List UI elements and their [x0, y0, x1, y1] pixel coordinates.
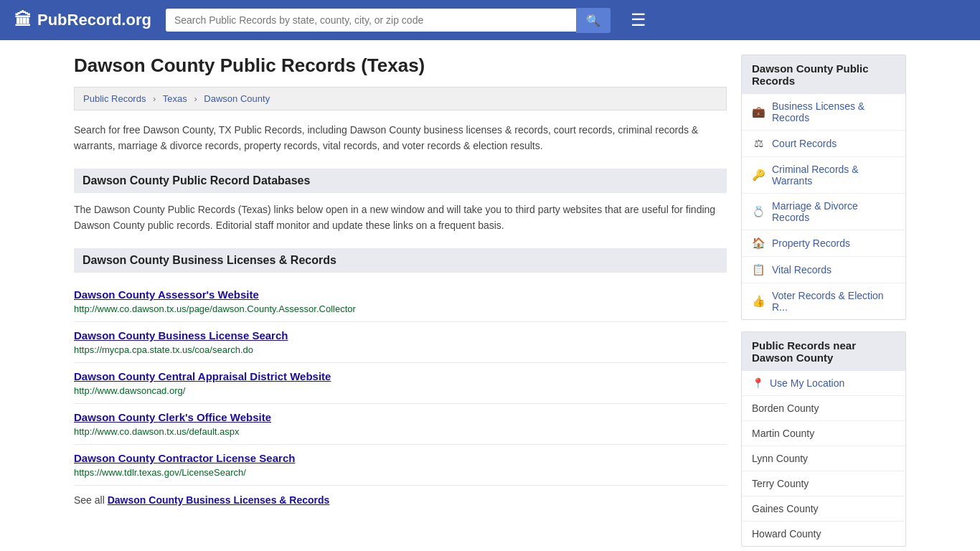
breadcrumb-dawson-county[interactable]: Dawson County: [204, 93, 270, 104]
sidebar-record-link[interactable]: ⚖ Court Records: [742, 131, 905, 157]
search-icon: 🔍: [586, 14, 600, 27]
sidebar-link-label: Marriage & Divorce Records: [772, 200, 895, 223]
nearby-county-item[interactable]: Howard County: [742, 522, 905, 546]
sidebar-icon: 💼: [752, 105, 765, 118]
search-button[interactable]: 🔍: [576, 8, 611, 33]
sidebar-icon: 📋: [752, 263, 765, 276]
search-bar: 🔍: [166, 8, 611, 33]
sidebar-record-link[interactable]: 💍 Marriage & Divorce Records: [742, 194, 905, 230]
record-title[interactable]: Dawson County Central Appraisal District…: [74, 370, 727, 382]
record-title[interactable]: Dawson County Business License Search: [74, 329, 727, 342]
header: 🏛 PubRecord.org 🔍 ☰: [0, 0, 980, 40]
sidebar-link-label: Criminal Records & Warrants: [772, 164, 895, 187]
sidebar-link-label: Court Records: [772, 138, 837, 149]
main-container: Dawson County Public Records (Texas) Pub…: [60, 40, 920, 551]
record-entry: Dawson County Clerk's Office Website htt…: [74, 404, 727, 445]
menu-icon: ☰: [631, 10, 646, 29]
records-list: Dawson County Assessor's Website http://…: [74, 281, 727, 486]
sidebar-icon: ⚖: [752, 137, 765, 150]
sidebar-public-records-header: Dawson County Public Records: [742, 55, 905, 94]
record-title[interactable]: Dawson County Clerk's Office Website: [74, 411, 727, 423]
location-icon: 📍: [752, 377, 764, 389]
breadcrumb-public-records[interactable]: Public Records: [83, 93, 146, 104]
page-title: Dawson County Public Records (Texas): [74, 55, 727, 77]
sidebar-icon: 🏠: [752, 237, 765, 250]
logo-icon: 🏛: [14, 10, 32, 30]
sidebar-record-link[interactable]: 🔑 Criminal Records & Warrants: [742, 157, 905, 194]
sidebar-record-link[interactable]: 📋 Vital Records: [742, 257, 905, 283]
see-all-link[interactable]: Dawson County Business Licenses & Record…: [108, 494, 330, 506]
breadcrumb-texas[interactable]: Texas: [163, 93, 187, 104]
sidebar-icon: 🔑: [752, 169, 765, 182]
nearby-county-item[interactable]: Gaines County: [742, 496, 905, 522]
sidebar-record-link[interactable]: 💼 Business Licenses & Records: [742, 94, 905, 131]
sidebar-link-label: Vital Records: [772, 264, 831, 276]
sidebar-icon: 👍: [752, 295, 765, 308]
sidebar: Dawson County Public Records 💼 Business …: [741, 55, 906, 551]
sidebar-links-list: 💼 Business Licenses & Records ⚖ Court Re…: [742, 94, 905, 319]
sidebar-record-link[interactable]: 🏠 Property Records: [742, 230, 905, 257]
sidebar-icon: 💍: [752, 205, 765, 218]
record-entry: Dawson County Contractor License Search …: [74, 445, 727, 486]
record-entry: Dawson County Business License Search ht…: [74, 322, 727, 363]
sidebar-nearby-header: Public Records near Dawson County: [742, 332, 905, 371]
use-my-location[interactable]: 📍 Use My Location: [742, 371, 905, 396]
record-url[interactable]: https://mycpa.cpa.state.tx.us/coa/search…: [74, 344, 253, 355]
record-url[interactable]: http://www.co.dawson.tx.us/page/dawson.C…: [74, 303, 356, 314]
nearby-county-item[interactable]: Martin County: [742, 421, 905, 446]
nearby-counties-list: Borden CountyMartin CountyLynn CountyTer…: [742, 396, 905, 546]
page-description: Search for free Dawson County, TX Public…: [74, 122, 727, 154]
record-url[interactable]: http://www.co.dawson.tx.us/default.aspx: [74, 426, 240, 437]
menu-button[interactable]: ☰: [625, 7, 652, 33]
sidebar-link-label: Property Records: [772, 237, 850, 249]
business-section-header: Dawson County Business Licenses & Record…: [74, 248, 727, 273]
databases-section-header: Dawson County Public Record Databases: [74, 169, 727, 193]
nearby-county-item[interactable]: Lynn County: [742, 446, 905, 471]
sidebar-link-label: Voter Records & Election R...: [772, 290, 895, 313]
record-url[interactable]: https://www.tdlr.texas.gov/LicenseSearch…: [74, 467, 246, 478]
logo[interactable]: 🏛 PubRecord.org: [14, 10, 151, 30]
record-title[interactable]: Dawson County Contractor License Search: [74, 452, 727, 464]
nearby-county-item[interactable]: Terry County: [742, 471, 905, 496]
search-input[interactable]: [166, 9, 576, 32]
see-all-text: See all Dawson County Business Licenses …: [74, 494, 727, 506]
databases-section-text: The Dawson County Public Records (Texas)…: [74, 202, 727, 234]
main-content: Dawson County Public Records (Texas) Pub…: [74, 55, 727, 551]
sidebar-public-records-box: Dawson County Public Records 💼 Business …: [741, 55, 906, 320]
record-url[interactable]: http://www.dawsoncad.org/: [74, 385, 185, 396]
logo-text: PubRecord.org: [37, 11, 151, 29]
record-entry: Dawson County Assessor's Website http://…: [74, 281, 727, 322]
sidebar-link-label: Business Licenses & Records: [772, 100, 895, 123]
record-title[interactable]: Dawson County Assessor's Website: [74, 288, 727, 301]
use-location-label: Use My Location: [770, 377, 844, 389]
sidebar-nearby-box: Public Records near Dawson County 📍 Use …: [741, 331, 906, 547]
sidebar-record-link[interactable]: 👍 Voter Records & Election R...: [742, 283, 905, 319]
breadcrumb: Public Records › Texas › Dawson County: [74, 87, 727, 110]
nearby-county-item[interactable]: Borden County: [742, 396, 905, 421]
record-entry: Dawson County Central Appraisal District…: [74, 363, 727, 404]
